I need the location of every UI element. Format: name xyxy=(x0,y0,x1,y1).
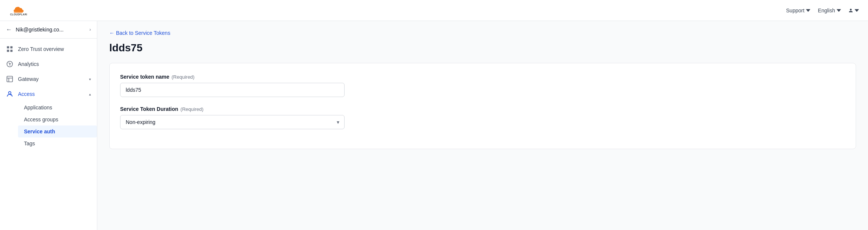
svg-rect-3 xyxy=(7,50,9,52)
page-title: ldds75 xyxy=(109,42,856,54)
gateway-chevron-icon: ▾ xyxy=(89,77,91,81)
language-chevron-icon xyxy=(837,8,841,13)
svg-text:CLOUDFLARE: CLOUDFLARE xyxy=(10,13,27,16)
token-duration-required: (Required) xyxy=(180,106,203,112)
sidebar-item-access[interactable]: Access ▴ xyxy=(0,87,97,102)
main-content: ← Back to Service Tokens ldds75 Service … xyxy=(97,21,868,230)
token-name-label: Service token name (Required) xyxy=(120,74,845,80)
back-to-service-tokens-link[interactable]: ← Back to Service Tokens xyxy=(109,30,170,36)
sidebar-item-analytics[interactable]: Analytics xyxy=(0,57,97,72)
access-submenu: Applications Access groups Service auth … xyxy=(0,102,97,149)
account-name: Nik@gristleking.co... xyxy=(16,27,89,33)
support-label: Support xyxy=(786,7,804,13)
token-name-input[interactable] xyxy=(120,83,345,97)
grid-icon xyxy=(6,45,13,53)
gateway-icon xyxy=(6,75,13,83)
sidebar-sub-item-applications[interactable]: Applications xyxy=(18,102,97,114)
logo: CLOUDFLARE xyxy=(9,5,27,16)
back-link-text: ← Back to Service Tokens xyxy=(109,30,170,36)
user-menu-button[interactable] xyxy=(849,8,859,13)
svg-rect-6 xyxy=(7,76,13,82)
sidebar-sub-item-service-auth[interactable]: Service auth xyxy=(18,125,97,137)
user-icon xyxy=(849,8,853,13)
analytics-icon xyxy=(6,60,13,68)
support-chevron-icon xyxy=(806,8,810,13)
topbar: CLOUDFLARE Support English xyxy=(0,0,868,21)
svg-rect-2 xyxy=(10,46,13,49)
token-duration-group: Service Token Duration (Required) Non-ex… xyxy=(120,106,845,129)
topbar-right: Support English xyxy=(786,7,859,13)
user-chevron-icon xyxy=(855,8,859,13)
form-card: Service token name (Required) Service To… xyxy=(109,63,856,149)
token-duration-label: Service Token Duration (Required) xyxy=(120,106,845,112)
layout: ← Nik@gristleking.co... › Zero Trust ove… xyxy=(0,21,868,230)
account-expand-icon: › xyxy=(89,27,91,32)
sidebar-nav: Zero Trust overview Analytics Gateway ▾ xyxy=(0,39,97,152)
sidebar-item-gateway[interactable]: Gateway ▾ xyxy=(0,72,97,87)
sidebar-sub-item-access-groups[interactable]: Access groups xyxy=(18,114,97,125)
sidebar: ← Nik@gristleking.co... › Zero Trust ove… xyxy=(0,21,97,230)
token-name-group: Service token name (Required) xyxy=(120,74,845,97)
language-label: English xyxy=(818,7,835,13)
cloudflare-logo-icon: CLOUDFLARE xyxy=(9,5,27,16)
access-chevron-icon: ▴ xyxy=(89,92,91,96)
support-button[interactable]: Support xyxy=(786,7,810,13)
duration-select-wrapper: Non-expiring 1 month 3 months 6 months 1… xyxy=(120,115,345,129)
token-duration-select[interactable]: Non-expiring 1 month 3 months 6 months 1… xyxy=(120,115,345,129)
sidebar-item-access-label: Access xyxy=(18,91,85,97)
sidebar-item-zero-trust[interactable]: Zero Trust overview xyxy=(0,42,97,57)
sidebar-sub-item-tags[interactable]: Tags xyxy=(18,137,97,149)
sidebar-item-zero-trust-label: Zero Trust overview xyxy=(18,46,91,52)
token-name-required: (Required) xyxy=(172,74,195,80)
svg-rect-1 xyxy=(7,46,9,49)
access-icon xyxy=(6,90,13,98)
language-button[interactable]: English xyxy=(818,7,841,13)
svg-rect-4 xyxy=(10,50,13,52)
account-switcher[interactable]: ← Nik@gristleking.co... › xyxy=(0,21,97,39)
back-arrow-icon: ← xyxy=(6,26,12,33)
svg-point-7 xyxy=(9,91,11,94)
sidebar-item-gateway-label: Gateway xyxy=(18,76,85,82)
sidebar-item-analytics-label: Analytics xyxy=(18,61,91,67)
